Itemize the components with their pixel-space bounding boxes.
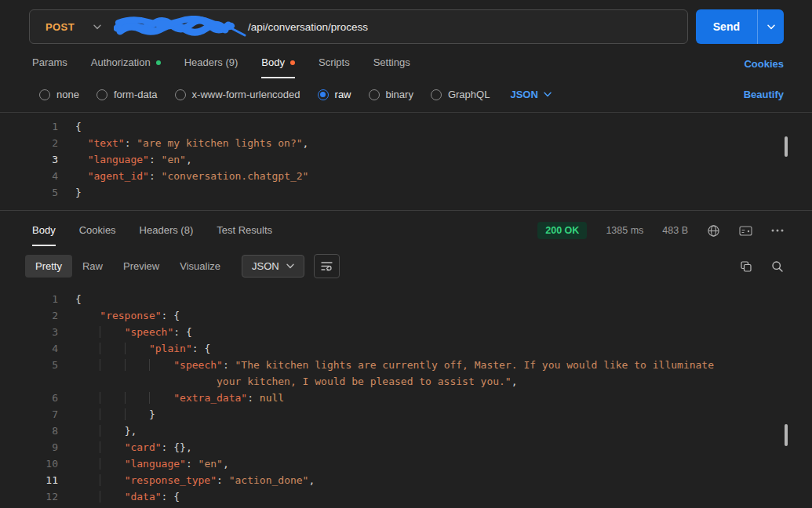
tab-label: Test Results [217, 224, 272, 236]
code-line: 11 "response_type": "action_done", [0, 472, 812, 488]
format-label: JSON [252, 260, 279, 272]
scrollbar-thumb[interactable] [785, 136, 788, 157]
code-line: 3 "speech": { [0, 324, 812, 340]
radio-label: GraphQL [448, 89, 490, 100]
body-type-none[interactable]: none [39, 89, 79, 100]
code-line: 10 "language": "en", [0, 455, 812, 472]
url-row: POST /api/conversation/process Send [0, 0, 812, 49]
request-url-bar: POST /api/conversation/process [29, 9, 688, 44]
code-line: 8 }, [0, 423, 812, 439]
response-size: 483 B [662, 225, 688, 236]
save-response-icon [739, 225, 752, 237]
wrap-line-icon [321, 261, 333, 271]
code-line: 1{ [0, 118, 812, 135]
tab-label: Params [32, 56, 67, 68]
body-type-urlencoded[interactable]: x-www-form-urlencoded [175, 89, 300, 100]
response-body-viewer[interactable]: 1{2 "response": {3 "speech": {4 "plain":… [0, 286, 812, 508]
response-meta: 200 OK 1385 ms 483 B [537, 222, 784, 248]
status-badge[interactable]: 200 OK [537, 222, 587, 239]
beautify-link[interactable]: Beautify [744, 89, 784, 100]
radio-icon [318, 89, 329, 100]
chevron-down-icon [767, 24, 775, 30]
code-line: 7 } [0, 406, 812, 423]
tab-body[interactable]: Body [261, 56, 295, 78]
response-tabs: Body Cookies Headers (8) Test Results 20… [0, 211, 812, 248]
code-line: 2 "response": { [0, 307, 812, 324]
save-response-button[interactable] [739, 225, 752, 237]
more-actions-button[interactable] [771, 229, 784, 232]
request-body-editor[interactable]: 1{2 "text": "are my kitchen lights on?",… [0, 113, 812, 210]
code-line: 3 "language": "en", [0, 151, 812, 168]
response-toolbar: Pretty Raw Preview Visualize JSON [0, 248, 812, 286]
radio-label: form-data [114, 89, 158, 100]
code-line: 4 "agent_id": "conversation.chatgpt_2" [0, 168, 812, 184]
view-tab-label: Preview [123, 260, 159, 272]
tab-label: Scripts [319, 56, 350, 68]
request-tabs: Params Authorization Headers (9) Body Sc… [0, 49, 812, 78]
view-tab-raw[interactable]: Raw [72, 255, 113, 278]
body-type-raw[interactable]: raw [318, 89, 351, 100]
code-line: 12 "data": { [0, 488, 812, 505]
response-tab-test-results[interactable]: Test Results [217, 224, 272, 246]
search-response-button[interactable] [771, 260, 784, 273]
tab-label: Authorization [91, 56, 151, 68]
radio-icon [175, 89, 186, 100]
radio-icon [369, 89, 380, 100]
radio-icon [431, 89, 442, 100]
tab-label: Headers (8) [140, 224, 194, 236]
radio-label: binary [386, 89, 413, 100]
response-format-selector[interactable]: JSON [242, 255, 304, 278]
chevron-down-icon [286, 263, 294, 269]
authorization-status-dot [156, 60, 161, 65]
response-tab-body[interactable]: Body [32, 224, 56, 246]
body-type-form-data[interactable]: form-data [96, 89, 158, 100]
radio-label: x-www-form-urlencoded [192, 89, 300, 100]
send-options-button[interactable] [757, 9, 784, 44]
code-line: 4 "plain": { [0, 340, 812, 357]
view-tab-preview[interactable]: Preview [113, 255, 169, 278]
code-line: 1{ [0, 291, 812, 307]
scrollbar-thumb[interactable] [785, 424, 788, 446]
response-tab-headers[interactable]: Headers (8) [140, 224, 194, 246]
code-line: 2 "text": "are my kitchen lights on?", [0, 135, 812, 151]
body-status-dot [290, 60, 295, 65]
method-label: POST [46, 21, 75, 33]
tab-label: Headers (9) [184, 56, 239, 68]
response-tab-cookies[interactable]: Cookies [79, 224, 116, 246]
view-tab-visualize[interactable]: Visualize [169, 255, 231, 278]
method-selector[interactable]: POST [30, 10, 114, 43]
ellipsis-icon [771, 229, 784, 232]
response-time: 1385 ms [606, 225, 643, 236]
search-icon [771, 260, 784, 273]
tab-params[interactable]: Params [32, 56, 67, 78]
cookies-link[interactable]: Cookies [744, 58, 784, 78]
language-label: JSON [510, 89, 537, 100]
send-split-button: Send [696, 9, 784, 44]
tab-headers[interactable]: Headers (9) [184, 56, 239, 78]
view-tab-label: Visualize [180, 260, 220, 272]
globe-icon [707, 224, 720, 238]
response-toolbar-actions [740, 260, 784, 273]
body-type-row: none form-data x-www-form-urlencoded raw… [0, 78, 812, 113]
copy-response-button[interactable] [740, 260, 752, 273]
tab-settings[interactable]: Settings [373, 56, 410, 78]
wrap-lines-button[interactable] [314, 254, 340, 278]
radio-icon [39, 89, 50, 100]
tab-authorization[interactable]: Authorization [91, 56, 161, 78]
body-language-selector[interactable]: JSON [510, 89, 551, 100]
code-line: 5} [0, 184, 812, 201]
view-tab-pretty[interactable]: Pretty [25, 255, 72, 278]
tab-label: Body [261, 56, 285, 68]
url-input[interactable]: /api/conversation/process [114, 16, 368, 38]
tab-scripts[interactable]: Scripts [319, 56, 350, 78]
view-tab-label: Pretty [35, 260, 62, 272]
send-button[interactable]: Send [696, 9, 757, 44]
body-type-binary[interactable]: binary [369, 89, 413, 100]
postman-request-view: POST /api/conversation/process Send Para… [0, 0, 812, 508]
tab-label: Settings [373, 56, 410, 68]
url-path-text: /api/conversation/process [248, 21, 368, 33]
chevron-down-icon [93, 24, 101, 30]
tab-label: Cookies [79, 224, 116, 236]
network-info-button[interactable] [707, 224, 720, 238]
body-type-graphql[interactable]: GraphQL [431, 89, 490, 100]
